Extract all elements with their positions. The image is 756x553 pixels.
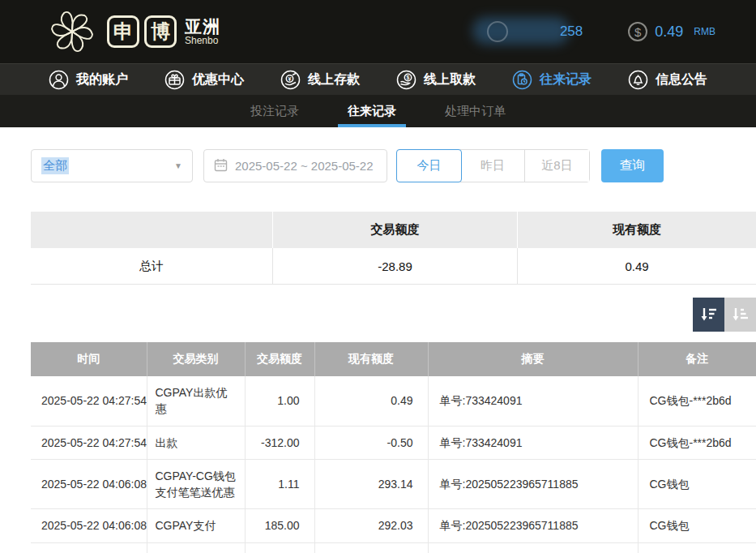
balance-currency: RMB — [694, 26, 715, 37]
logo-region-text: 亚洲 — [185, 18, 220, 35]
quick-date-button-group: 今日 昨日 近8日 — [396, 149, 590, 182]
cell-amount: 28.00 — [245, 542, 314, 553]
top-header: 申 博 亚洲 Shenbo 258 $ 0.49 RMB — [0, 0, 756, 63]
cell-summary: 单号:733424091 — [428, 376, 638, 426]
cell-note: CG钱包-***2b6d — [638, 376, 756, 426]
withdraw-icon: $ — [396, 70, 416, 90]
dollar-coin-icon: $ — [628, 22, 647, 41]
select-selected-value: 全部 — [41, 157, 69, 174]
summary-transaction-total: -28.89 — [272, 248, 517, 284]
subnav-tab-处理中订单[interactable]: 处理中订单 — [440, 95, 510, 127]
subnav-tab-投注记录[interactable]: 投注记录 — [246, 95, 304, 127]
nav-item-线上取款[interactable]: $ 线上取款 — [396, 70, 476, 90]
logo-char-2: 博 — [144, 15, 177, 48]
bell-icon — [628, 70, 648, 90]
col-header-time: 时间 — [31, 342, 147, 376]
deposit-icon: ¥ — [280, 70, 301, 90]
logo-char-1: 申 — [107, 15, 139, 48]
col-header-amount: 交易额度 — [245, 342, 314, 376]
user-icon — [49, 70, 69, 90]
account-username[interactable]: 258 — [487, 15, 583, 48]
account-balance[interactable]: $ 0.49 RMB — [628, 22, 715, 41]
cell-time: 2025-05-22 04:04:21 — [31, 542, 147, 553]
cell-type: 存款/取款/打码/损益 — [147, 542, 245, 553]
sort-descending-icon — [700, 306, 718, 324]
cell-balance: -0.50 — [314, 426, 428, 459]
nav-item-线上存款[interactable]: ¥ 线上存款 — [280, 70, 360, 90]
date-range-input[interactable]: 2025-05-22 ~ 2025-05-22 — [203, 149, 387, 182]
nav-item-信息公告[interactable]: 信息公告 — [628, 70, 707, 90]
brand-logo[interactable]: 申 博 亚洲 Shenbo — [47, 6, 220, 57]
cell-summary: 电子钱包月月返现_0520 — [428, 542, 638, 553]
cell-balance: 293.14 — [314, 459, 428, 509]
col-header-balance: 现有额度 — [314, 342, 428, 376]
table-row: 2025-05-22 04:27:54 CGPAY出款优惠 1.00 0.49 … — [31, 376, 756, 426]
cell-amount: 185.00 — [245, 509, 314, 542]
date-range-value: 2025-05-22 ~ 2025-05-22 — [235, 159, 374, 173]
balance-amount: 0.49 — [655, 24, 683, 41]
subnav-tab-往来记录[interactable]: 往来记录 — [343, 95, 401, 127]
table-row: 2025-05-22 04:27:54 出款 -312.00 -0.50 单号:… — [31, 426, 756, 459]
cell-summary: 单号:733424091 — [428, 426, 638, 459]
sort-controls — [0, 298, 756, 332]
cell-note: CG钱包 — [638, 509, 756, 542]
table-row: 2025-05-22 04:04:21 存款/取款/打码/损益 28.00 10… — [31, 542, 756, 553]
calendar-icon — [214, 158, 228, 174]
gift-icon — [164, 70, 185, 90]
cell-amount: 1.11 — [245, 459, 314, 509]
col-header-summary: 摘要 — [428, 342, 638, 376]
search-button[interactable]: 查询 — [601, 149, 664, 182]
table-row: 2025-05-22 04:06:08 CGPAY支付 185.00 292.0… — [31, 509, 756, 542]
svg-text:$: $ — [407, 75, 410, 81]
cell-time: 2025-05-22 04:06:08 — [31, 459, 147, 509]
cell-time: 2025-05-22 04:27:54 — [31, 426, 147, 459]
username-visible-digits: 258 — [560, 24, 583, 40]
cell-time: 2025-05-22 04:27:54 — [31, 376, 147, 426]
cell-time: 2025-05-22 04:06:08 — [31, 509, 147, 542]
summary-header-transaction: 交易额度 — [272, 212, 517, 248]
cell-balance: 0.49 — [314, 376, 428, 426]
sort-descending-button[interactable] — [693, 298, 724, 332]
filter-bar: 全部 ▼ 2025-05-22 ~ 2025-05-22 今日 昨日 近8日 查… — [31, 149, 756, 182]
summary-header-balance: 现有额度 — [517, 212, 756, 248]
quick-date-button-昨日[interactable]: 昨日 — [461, 150, 525, 182]
cell-summary: 单号:202505223965711885 — [428, 459, 638, 509]
summary-header-row: 交易额度 现有额度 — [31, 212, 756, 248]
summary-total-row: 总计 -28.89 0.49 — [31, 248, 756, 285]
user-avatar-icon — [487, 21, 508, 42]
cell-balance: 292.03 — [314, 509, 428, 542]
nav-item-优惠中心[interactable]: 优惠中心 — [164, 70, 244, 90]
main-navigation: 我的账户 优惠中心 ¥ 线上存款 $ 线上取款 往来记录 信息公告 — [0, 63, 756, 95]
cell-note — [638, 542, 756, 553]
cell-amount: -312.00 — [245, 426, 314, 459]
quick-date-button-今日[interactable]: 今日 — [396, 149, 462, 182]
sort-ascending-icon — [732, 306, 750, 324]
cell-note: CG钱包-***2b6d — [638, 426, 756, 459]
svg-text:¥: ¥ — [288, 75, 292, 81]
chevron-down-icon: ▼ — [174, 161, 182, 170]
quick-date-button-近8日[interactable]: 近8日 — [525, 150, 589, 182]
cell-amount: 1.00 — [245, 376, 314, 426]
logo-subtitle: Shenbo — [185, 36, 220, 45]
cell-type: CGPAY支付 — [147, 509, 245, 542]
table-header-row: 时间 交易类别 交易额度 现有额度 摘要 备注 — [31, 342, 756, 376]
sub-navigation: 投注记录 往来记录 处理中订单 — [0, 95, 756, 127]
cell-type: CGPAY出款优惠 — [147, 376, 245, 426]
summary-table: 交易额度 现有额度 总计 -28.89 0.49 — [31, 212, 756, 285]
flower-logo-icon — [47, 6, 97, 57]
table-row: 2025-05-22 04:06:08 CGPAY-CG钱包支付笔笔送优惠 1.… — [31, 459, 756, 509]
col-header-type: 交易类别 — [147, 342, 245, 376]
col-header-note: 备注 — [638, 342, 756, 376]
summary-balance-total: 0.49 — [517, 248, 756, 284]
nav-item-往来记录[interactable]: 往来记录 — [512, 70, 592, 90]
cell-type: CGPAY-CG钱包支付笔笔送优惠 — [147, 459, 245, 509]
cell-type: 出款 — [147, 426, 245, 459]
cell-note: CG钱包 — [638, 459, 756, 509]
summary-total-label: 总计 — [31, 259, 272, 274]
cell-summary: 单号:202505223965711885 — [428, 509, 638, 542]
cell-balance: 107.03 — [314, 542, 428, 553]
records-icon — [512, 70, 532, 90]
transaction-type-select[interactable]: 全部 ▼ — [31, 149, 193, 182]
sort-ascending-button[interactable] — [724, 298, 756, 332]
nav-item-我的账户[interactable]: 我的账户 — [49, 70, 128, 90]
